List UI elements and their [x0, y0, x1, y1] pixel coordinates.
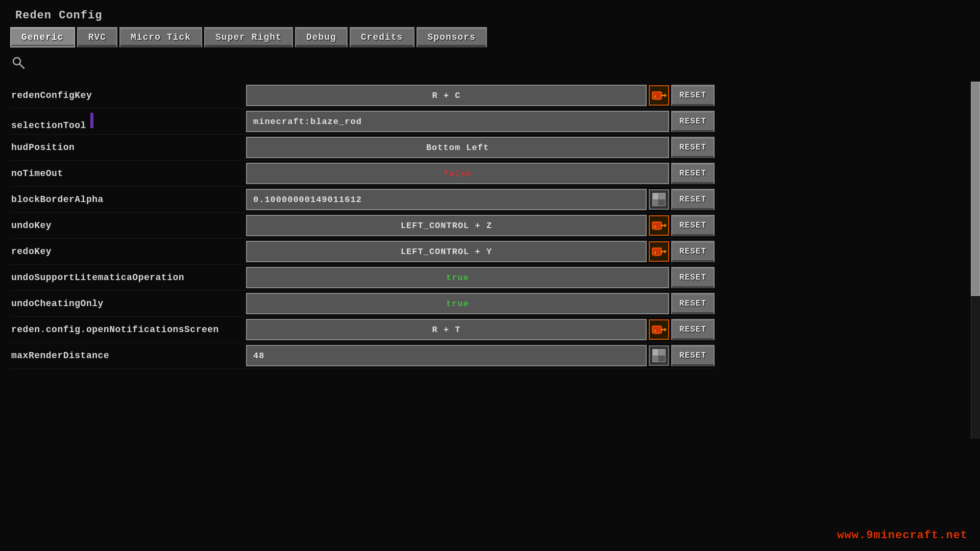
config-label: undoCheatingOnly — [11, 298, 246, 309]
config-value-wrap: RESET — [246, 111, 715, 132]
config-label: reden.config.openNotificationsScreen — [11, 324, 246, 335]
tab-micro-tick[interactable]: Micro Tick — [119, 27, 202, 47]
tab-credits[interactable]: Credits — [350, 27, 414, 47]
svg-text:↓: ↓ — [654, 250, 656, 255]
config-list: redenConfigKey ↓ RESET selectionTool RES… — [0, 78, 715, 374]
config-label: noTimeOut — [11, 168, 246, 179]
svg-text:↓: ↓ — [654, 328, 656, 333]
svg-line-1 — [20, 64, 24, 69]
reset-button-maxRenderDistance[interactable]: RESET — [671, 345, 715, 366]
table-row: noTimeOut RESET — [11, 161, 715, 187]
config-input-hudPosition[interactable] — [246, 137, 669, 158]
svg-text:↓: ↓ — [654, 224, 656, 229]
config-value-wrap: RESET — [246, 163, 715, 184]
table-row: undoKey ↓ RESET — [11, 213, 715, 239]
svg-text:↓: ↓ — [654, 94, 656, 98]
table-row: hudPosition RESET — [11, 135, 715, 161]
config-value-wrap: RESET — [246, 345, 715, 366]
table-row: selectionTool RESET — [11, 109, 715, 135]
scrollbar-thumb[interactable] — [971, 82, 980, 296]
reset-button-noTimeOut[interactable]: RESET — [671, 163, 715, 184]
config-input-undoSupportLitematicaOperation[interactable] — [246, 267, 669, 288]
config-value-wrap: ↓ RESET — [246, 215, 715, 236]
config-input-selectionTool[interactable] — [246, 111, 669, 132]
scrollbar-track — [971, 82, 980, 439]
cursor-indicator — [90, 113, 93, 128]
block-icon-maxRender[interactable] — [649, 345, 669, 366]
tab-debug[interactable]: Debug — [295, 27, 348, 47]
svg-marker-20 — [665, 328, 667, 332]
table-row: undoCheatingOnly RESET — [11, 291, 715, 317]
app-title: Reden Config — [0, 0, 980, 27]
keybind-icon-redo[interactable]: ↓ — [649, 241, 669, 262]
reset-button-redenConfigKey[interactable]: RESET — [671, 85, 715, 106]
config-input-maxRenderDistance[interactable] — [246, 345, 647, 366]
keybind-icon[interactable]: ↓ — [649, 85, 669, 106]
reset-button-selectionTool[interactable]: RESET — [671, 111, 715, 132]
svg-marker-15 — [665, 249, 667, 254]
table-row: reden.config.openNotificationsScreen ↓ R… — [11, 317, 715, 343]
search-bar-area — [0, 54, 980, 78]
reset-button-undoSupportLitematicaOperation[interactable]: RESET — [671, 267, 715, 288]
config-value-wrap: RESET — [246, 293, 715, 314]
tab-sponsors[interactable]: Sponsors — [416, 27, 487, 47]
config-label: hudPosition — [11, 142, 246, 153]
config-value-wrap: ↓ RESET — [246, 85, 715, 106]
reset-button-undoKey[interactable]: RESET — [671, 215, 715, 236]
config-label: blockBorderAlpha — [11, 194, 246, 205]
svg-marker-4 — [665, 93, 667, 97]
config-label: redenConfigKey — [11, 90, 246, 101]
config-input-noTimeOut[interactable] — [246, 163, 669, 184]
keybind-icon-notifications[interactable]: ↓ — [649, 319, 669, 340]
table-row: maxRenderDistance RESET — [11, 343, 715, 369]
config-input-redenConfigKey[interactable] — [246, 85, 647, 106]
svg-marker-10 — [665, 223, 667, 228]
tab-super-right[interactable]: Super Right — [204, 27, 293, 47]
config-input-redoKey[interactable] — [246, 241, 647, 262]
watermark: www.9minecraft.net — [837, 529, 968, 542]
search-icon[interactable] — [11, 56, 26, 73]
config-value-wrap: ↓ RESET — [246, 319, 715, 340]
reset-button-openNotificationsScreen[interactable]: RESET — [671, 319, 715, 340]
config-label: undoSupportLitematicaOperation — [11, 272, 246, 283]
tabs-bar: Generic RVC Micro Tick Super Right Debug… — [0, 27, 980, 54]
config-input-openNotificationsScreen[interactable] — [246, 319, 647, 340]
reset-button-redoKey[interactable]: RESET — [671, 241, 715, 262]
config-label: selectionTool — [11, 113, 246, 131]
table-row: redoKey ↓ RESET — [11, 239, 715, 265]
config-input-undoKey[interactable] — [246, 215, 647, 236]
reset-button-undoCheatingOnly[interactable]: RESET — [671, 293, 715, 314]
config-label: maxRenderDistance — [11, 350, 246, 361]
table-row: undoSupportLitematicaOperation RESET — [11, 265, 715, 291]
table-row: blockBorderAlpha RESET — [11, 187, 715, 213]
config-value-wrap: ↓ RESET — [246, 241, 715, 262]
config-value-wrap: RESET — [246, 267, 715, 288]
config-input-undoCheatingOnly[interactable] — [246, 293, 669, 314]
config-value-wrap: RESET — [246, 189, 715, 210]
tab-rvc[interactable]: RVC — [77, 27, 117, 47]
keybind-icon-undo[interactable]: ↓ — [649, 215, 669, 236]
config-label: redoKey — [11, 246, 246, 257]
reset-button-blockBorderAlpha[interactable]: RESET — [671, 189, 715, 210]
config-label: undoKey — [11, 220, 246, 231]
reset-button-hudPosition[interactable]: RESET — [671, 137, 715, 158]
block-icon[interactable] — [649, 189, 669, 210]
config-input-blockBorderAlpha[interactable] — [246, 189, 647, 210]
tab-generic[interactable]: Generic — [10, 27, 75, 47]
table-row: redenConfigKey ↓ RESET — [11, 83, 715, 109]
config-value-wrap: RESET — [246, 137, 715, 158]
